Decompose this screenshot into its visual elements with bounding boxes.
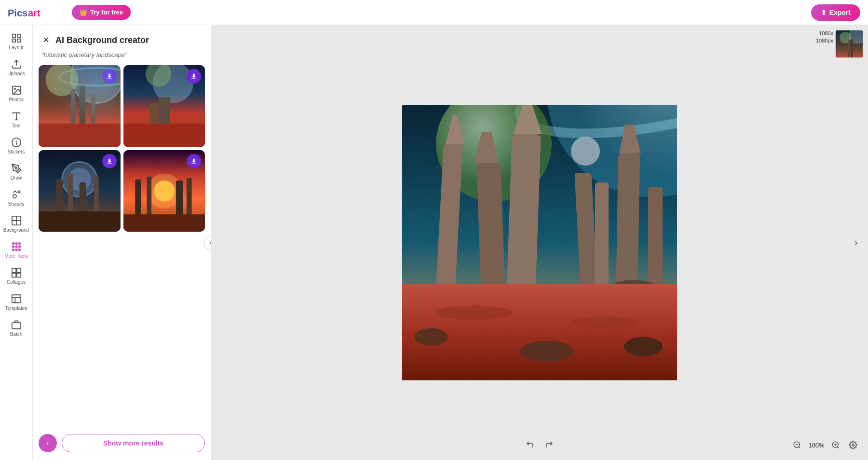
topbar-separator xyxy=(801,6,801,19)
export-button[interactable]: ⬆ Export xyxy=(811,4,860,21)
thumbnail-icon xyxy=(836,30,863,58)
result-image-3[interactable] xyxy=(39,150,121,232)
crown-icon: 👑 xyxy=(80,9,87,16)
sidebar-item-shapes[interactable]: Shapes xyxy=(2,185,31,210)
download-icon-3 xyxy=(106,158,113,165)
download-badge-1[interactable] xyxy=(102,69,117,84)
svg-text:art: art xyxy=(28,8,41,18)
svg-point-18 xyxy=(15,243,17,245)
collage-icon xyxy=(11,267,22,278)
sidebar-label-uploads: Uploads xyxy=(7,71,25,76)
panel-collapse-button[interactable]: ‹ xyxy=(204,236,211,250)
svg-rect-4 xyxy=(12,39,15,42)
image-grid xyxy=(33,65,211,232)
sidebar-item-layout[interactable]: Layout xyxy=(2,29,31,54)
svg-rect-39 xyxy=(107,78,112,79)
topbar-right: ⬆ Export xyxy=(797,4,860,21)
canvas-size-label: 1080x xyxy=(819,30,833,36)
sidebar-item-draw[interactable]: Draw xyxy=(2,159,31,184)
sidebar-item-photos[interactable]: Photos xyxy=(2,81,31,106)
try-free-button[interactable]: 👑 Try for free xyxy=(72,5,131,20)
sidebar-item-uploads[interactable]: Uploads xyxy=(2,55,31,80)
svg-line-96 xyxy=(799,446,800,448)
svg-point-22 xyxy=(18,249,20,251)
svg-point-14 xyxy=(12,246,14,248)
canvas-image xyxy=(402,105,677,380)
svg-point-90 xyxy=(436,306,513,320)
result-image-1[interactable] xyxy=(39,65,121,147)
svg-point-21 xyxy=(15,249,17,251)
canvas-area: 1080x 1080px xyxy=(211,25,868,460)
settings-button[interactable] xyxy=(846,438,860,452)
canvas-artwork-icon xyxy=(402,105,677,380)
sidebar-item-templates[interactable]: Templates xyxy=(2,290,31,315)
svg-rect-38 xyxy=(39,124,121,147)
show-more-button[interactable]: Show more results xyxy=(62,434,205,452)
svg-rect-3 xyxy=(17,34,20,37)
result-image-2[interactable] xyxy=(123,65,205,147)
svg-point-91 xyxy=(571,317,638,328)
sidebar-label-batch: Batch xyxy=(10,332,23,337)
svg-rect-27 xyxy=(12,295,20,303)
sidebar-item-stickers[interactable]: Stickers xyxy=(2,133,31,158)
sidebar-item-collages[interactable]: Collages xyxy=(2,264,31,289)
sidebar-label-background: Background xyxy=(3,227,29,233)
sticker-icon xyxy=(11,137,22,148)
zoom-level-display: 100% xyxy=(807,442,826,449)
svg-text:Pics: Pics xyxy=(8,8,27,18)
undo-icon xyxy=(526,440,534,449)
zoom-controls: 100% xyxy=(790,438,860,452)
picsart-logo-icon: Pics art xyxy=(8,6,56,19)
draw-icon xyxy=(11,163,22,174)
sidebar-item-background[interactable]: Background xyxy=(2,211,31,237)
redo-icon xyxy=(545,440,554,449)
background-icon xyxy=(11,215,22,226)
undo-button[interactable] xyxy=(522,437,538,452)
download-badge-2[interactable] xyxy=(187,69,201,84)
text-icon xyxy=(11,111,22,122)
svg-point-11 xyxy=(15,167,17,169)
panel-title: AI Background creator xyxy=(55,35,149,45)
redo-button[interactable] xyxy=(542,437,557,452)
result-image-4[interactable] xyxy=(123,150,205,232)
planet-landscape-1-icon xyxy=(39,65,121,147)
canvas-wrapper xyxy=(402,105,677,380)
export-icon: ⬆ xyxy=(821,9,827,16)
download-icon-4 xyxy=(190,158,197,165)
zoom-out-icon xyxy=(793,441,801,449)
search-query: "futuristic planetary landscape" xyxy=(33,51,211,65)
sidebar-item-more-tools[interactable]: More Tools xyxy=(2,237,31,263)
canvas-next-button[interactable]: › xyxy=(849,236,863,250)
svg-rect-55 xyxy=(39,211,121,232)
export-label: Export xyxy=(829,9,851,16)
shape-icon xyxy=(11,189,22,200)
download-badge-3[interactable] xyxy=(102,154,117,168)
download-badge-4[interactable] xyxy=(187,154,201,168)
download-icon-1 xyxy=(106,73,113,80)
svg-point-19 xyxy=(18,243,20,245)
svg-rect-37 xyxy=(91,95,95,124)
sidebar-label-collages: Collages xyxy=(7,279,26,285)
svg-rect-25 xyxy=(12,273,15,277)
svg-rect-70 xyxy=(851,39,853,57)
svg-point-32 xyxy=(71,65,121,103)
svg-rect-36 xyxy=(80,85,85,126)
zoom-in-button[interactable] xyxy=(828,438,843,452)
sidebar-item-batch[interactable]: Batch xyxy=(2,316,31,341)
upload-icon xyxy=(11,59,22,70)
sidebar-label-text: Text xyxy=(12,123,20,128)
sidebar-label-layout: Layout xyxy=(9,45,23,50)
zoom-out-button[interactable] xyxy=(790,438,804,452)
back-button[interactable]: ‹ xyxy=(39,434,57,452)
template-icon xyxy=(11,293,22,304)
zoom-in-icon xyxy=(831,441,840,449)
settings-icon xyxy=(849,441,857,449)
more-tools-icon xyxy=(11,241,22,252)
canvas-size-display: 1080x 1080px xyxy=(816,30,833,45)
close-button[interactable]: ✕ xyxy=(41,35,51,45)
svg-rect-26 xyxy=(16,273,20,277)
sidebar-item-text[interactable]: Text xyxy=(2,107,31,132)
svg-point-17 xyxy=(12,243,14,245)
svg-point-92 xyxy=(414,328,448,346)
canvas-thumbnail[interactable] xyxy=(835,30,863,58)
